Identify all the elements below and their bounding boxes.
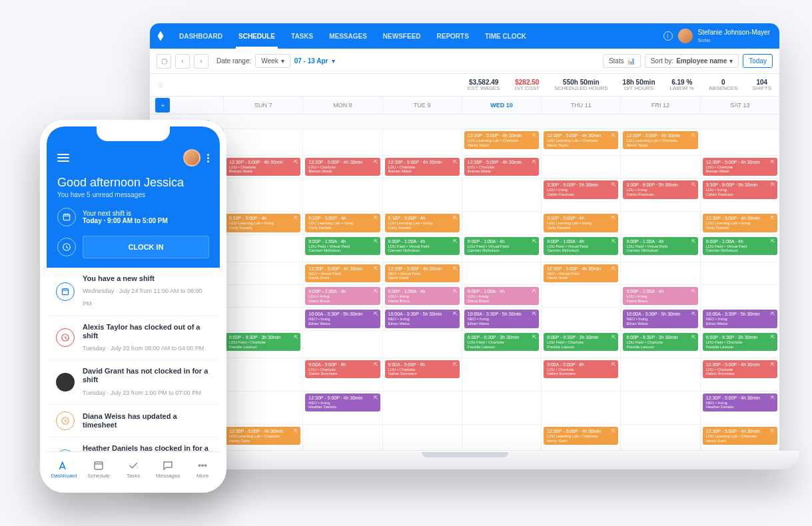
schedule-cell[interactable] — [382, 129, 462, 156]
shift-block[interactable]: ⇱10:00A - 3:30P · 5h 30minNEO • IrvingEt… — [385, 310, 460, 328]
schedule-cell[interactable] — [223, 285, 302, 308]
schedule-cell[interactable] — [382, 392, 462, 425]
schedule-cell[interactable] — [462, 212, 541, 234]
shift-block[interactable]: ⇱10:00A - 3:30P · 5h 30minNEO • IrvingEt… — [464, 310, 539, 328]
shift-block[interactable]: ⇱12:30P - 5:00P · 4h 30minLDU • Charlott… — [703, 360, 777, 378]
schedule-cell[interactable]: ⇱9:00A - 5:00P · 8hLDU • CharlotteGalvin… — [541, 358, 620, 392]
brand-logo[interactable] — [150, 30, 171, 42]
shift-block[interactable]: ⇱12:30P - 5:00P · 4h 30minLDU Learning L… — [544, 427, 618, 445]
shift-block[interactable]: ⇱12:30P - 5:00P · 4h 30minNEO • Virtual … — [305, 264, 380, 282]
schedule-cell[interactable] — [541, 308, 620, 330]
nav-tab-dashboard[interactable]: DASHBOARD — [171, 23, 230, 49]
schedule-cell[interactable]: ⇱10:00A - 3:30P · 5h 30minNEO • IrvingEt… — [302, 308, 382, 330]
more-icon[interactable] — [207, 154, 209, 162]
schedule-cell[interactable]: ⇱10:00A - 3:30P · 5h 30minNEO • IrvingEt… — [620, 308, 699, 330]
schedule-cell[interactable]: ⇱12:30P - 5:00P · 4h 30minLDU Learning L… — [620, 129, 699, 156]
schedule-cell[interactable]: ⇱12:30P - 5:00P · 4h 30minNEO • Virtual … — [302, 262, 382, 285]
schedule-cell[interactable]: ⇱10:00A - 3:30P · 5h 30minNEO • IrvingEt… — [700, 308, 779, 330]
shift-block[interactable]: ⇱6:00P - 9:30P · 3h 30minLDU Field • Cha… — [703, 333, 777, 351]
tab-schedule[interactable]: Schedule — [81, 452, 116, 486]
schedule-cell[interactable] — [302, 425, 382, 451]
day-header-cell[interactable]: MON 8 — [302, 97, 382, 114]
tab-tasks[interactable]: Tasks — [116, 452, 151, 486]
shift-block[interactable]: ⇱12:30P - 5:00P · 4h 30minLDU • Charlott… — [464, 158, 539, 176]
shift-block[interactable]: ⇱9:00P - 1:00A · 4hLDU Field • Virtual F… — [544, 237, 618, 255]
schedule-cell[interactable] — [223, 129, 302, 156]
schedule-cell[interactable] — [620, 392, 699, 425]
schedule-cell[interactable]: ⇱9:00P - 1:00A · 4hLDU Field • Virtual F… — [620, 235, 699, 262]
schedule-cell[interactable]: ⇱12:30P - 5:00P · 4h 30minNEO • IrvingHe… — [302, 392, 382, 425]
shift-block[interactable]: ⇱3:30P - 9:00P · 5h 30minLDU • IrvingCal… — [623, 180, 697, 198]
schedule-cell[interactable]: ⇱12:30P - 5:00P · 4h 30minLDU Learning L… — [541, 425, 620, 451]
shift-block[interactable]: ⇱9:00P - 1:00A · 4hLDU • IrvingDiana Bra… — [464, 287, 539, 305]
range-mode-select[interactable]: Week ▾ — [255, 54, 290, 68]
schedule-cell[interactable] — [302, 331, 382, 358]
schedule-cell[interactable]: ⇱9:00P - 1:00A · 4hLDU • IrvingDiana Bra… — [620, 285, 699, 308]
day-header-cell[interactable]: WED 10 — [462, 97, 541, 114]
day-header-cell[interactable]: SUN 7 — [223, 97, 302, 114]
schedule-cell[interactable]: ⇱5:10P - 5:00P · 4hLDU Learning Lab • Ir… — [541, 212, 620, 234]
schedule-cell[interactable]: ⇱9:00P - 1:00A · 4hLDU Field • Virtual F… — [541, 235, 620, 262]
nav-tab-newsfeed[interactable]: NEWSFEED — [375, 23, 429, 49]
shift-block[interactable]: ⇱6:00P - 9:30P · 3h 30minLDU Field • Cha… — [464, 333, 539, 351]
schedule-cell[interactable]: ⇱12:30P - 5:00P · 4h 30minLDU • Charlott… — [700, 156, 779, 178]
info-icon[interactable]: i — [663, 31, 673, 41]
schedule-cell[interactable]: ⇱5:10P - 5:00P · 4hLDU Learning Lab • Ir… — [382, 212, 462, 234]
user-menu[interactable]: i Stefanie Johnson-MayerSoho — [663, 29, 779, 44]
schedule-cell[interactable]: ⇱9:00A - 5:00P · 8hLDU • CharlotteGalvin… — [382, 358, 462, 392]
shift-block[interactable]: ⇱12:30P - 5:00P · 4h 30minLDU • Charlott… — [305, 158, 380, 176]
schedule-cell[interactable]: ⇱12:30P - 5:00P · 4h 30minLDU • Charlott… — [462, 156, 541, 178]
info-icon[interactable]: ⓘ — [158, 81, 163, 89]
shift-block[interactable]: ⇱10:00A - 3:30P · 5h 30minNEO • IrvingEt… — [623, 310, 697, 328]
shift-block[interactable]: ⇱5:10P - 5:00P · 4hLDU Learning Lab • Ir… — [544, 214, 618, 232]
shift-block[interactable]: ⇱6:00P - 9:30P · 3h 30minLDU Field • Cha… — [623, 333, 697, 351]
shift-block[interactable]: ⇱6:00P - 9:30P · 3h 30minLDU Field • Cha… — [544, 333, 618, 351]
tab-more[interactable]: More — [185, 452, 220, 486]
schedule-cell[interactable] — [541, 285, 620, 308]
date-range[interactable]: 07 - 13 Apr — [294, 57, 328, 65]
schedule-cell[interactable]: ⇱9:00P - 1:00A · 4hLDU • IrvingDiana Bra… — [462, 285, 541, 308]
schedule-cell[interactable]: ⇱12:30P - 5:00P · 4h 30minLDU • Charlott… — [700, 358, 779, 392]
schedule-cell[interactable] — [462, 262, 541, 285]
schedule-cell[interactable]: ⇱6:00P - 9:30P · 3h 30minLDU Field • Cha… — [541, 331, 620, 358]
shift-block[interactable]: ⇱10:00A - 3:30P · 5h 30minNEO • IrvingEt… — [305, 310, 380, 328]
add-shift-button[interactable]: ＋ — [155, 98, 170, 113]
schedule-cell[interactable]: ⇱6:00P - 9:30P · 3h 30minLDU Field • Cha… — [620, 331, 699, 358]
schedule-cell[interactable] — [302, 178, 382, 212]
stats-button[interactable]: Stats 📊 — [603, 54, 641, 68]
schedule-cell[interactable] — [223, 392, 302, 425]
today-button[interactable]: Today — [743, 54, 773, 68]
schedule-cell[interactable] — [302, 129, 382, 156]
shift-block[interactable]: ⇱3:30P - 9:00P · 5h 30minLDU • IrvingCal… — [703, 180, 777, 198]
schedule-cell[interactable] — [223, 308, 302, 330]
schedule-cell[interactable] — [382, 178, 462, 212]
schedule-cell[interactable] — [620, 358, 699, 392]
sort-select[interactable]: Sort by: Employee name ▾ — [645, 54, 739, 68]
schedule-cell[interactable]: ⇱5:10P - 5:00P · 4hLDU Learning Lab • Ir… — [302, 212, 382, 234]
schedule-cell[interactable] — [700, 285, 779, 308]
schedule-cell[interactable] — [223, 358, 302, 392]
shift-block[interactable]: ⇱12:30P - 5:00P · 4h 30minNEO • IrvingHe… — [703, 394, 777, 411]
schedule-cell[interactable] — [620, 262, 699, 285]
schedule-cell[interactable] — [382, 425, 462, 451]
shift-block[interactable]: ⇱9:00P - 1:00A · 4hLDU Field • Virtual F… — [305, 237, 380, 255]
schedule-cell[interactable]: ⇱9:00P - 1:00A · 4hLDU Field • Virtual F… — [302, 235, 382, 262]
schedule-cell[interactable]: ⇱9:00P - 1:00A · 4hLDU Field • Virtual F… — [700, 235, 779, 262]
day-header-cell[interactable]: FRI 12 — [620, 97, 699, 114]
next-button[interactable]: › — [194, 54, 208, 69]
schedule-cell[interactable]: ⇱5:10P - 5:00P · 4hLDU Learning Lab • Ir… — [223, 212, 302, 234]
schedule-cell[interactable]: ⇱12:30P - 5:00P · 4h 30minNEO • IrvingHe… — [700, 392, 779, 425]
menu-icon[interactable] — [57, 154, 69, 162]
feed-item[interactable]: You have a new shiftWednesday · July 24 … — [47, 268, 220, 316]
schedule-cell[interactable]: ⇱10:00A - 3:30P · 5h 30minNEO • IrvingEt… — [382, 308, 462, 330]
shift-block[interactable]: ⇱9:00P - 1:00A · 4hLDU Field • Virtual F… — [385, 237, 460, 255]
shift-block[interactable]: ⇱12:30P - 5:00P · 4h 30minLDU • Charlott… — [226, 158, 300, 176]
shift-block[interactable]: ⇱9:00P - 1:00A · 4hLDU Field • Virtual F… — [703, 237, 777, 255]
schedule-cell[interactable]: ⇱10:00A - 3:30P · 5h 30minNEO • IrvingEt… — [462, 308, 541, 330]
schedule-cell[interactable]: ⇱12:30P - 5:00P · 4h 30minNEO • Virtual … — [382, 262, 462, 285]
schedule-cell[interactable]: ⇱12:30P - 5:00P · 4h 30minLDU • Charlott… — [223, 156, 302, 178]
shift-block[interactable]: ⇱9:00P - 1:00A · 4hLDU Field • Virtual F… — [623, 237, 697, 255]
schedule-cell[interactable] — [223, 262, 302, 285]
shift-block[interactable]: ⇱9:00A - 5:00P · 8hLDU • CharlotteGalvin… — [305, 360, 380, 378]
schedule-cell[interactable] — [462, 425, 541, 451]
